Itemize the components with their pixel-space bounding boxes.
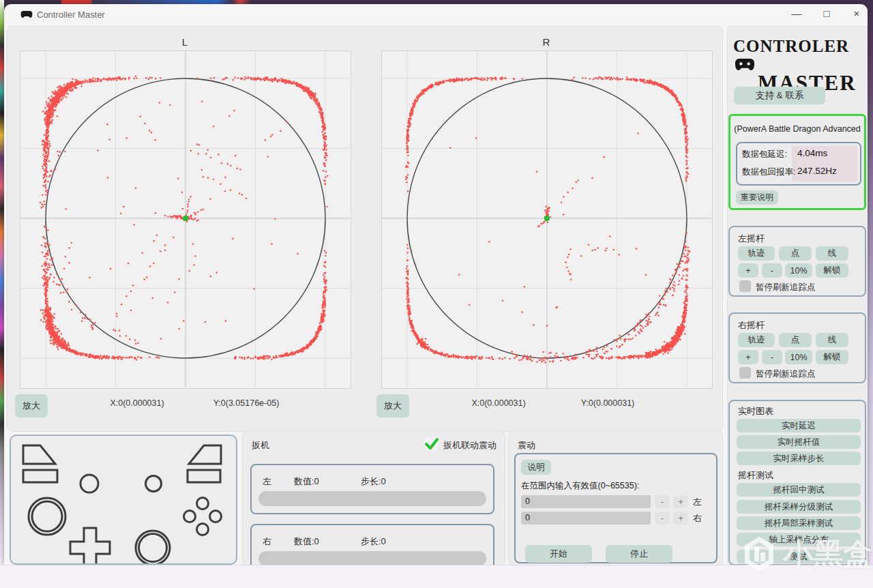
- left-stick-minus-button[interactable]: -: [762, 263, 782, 278]
- left-stick-plot: [20, 50, 351, 389]
- right-bumper-shape: [188, 470, 220, 482]
- app-logo: CONTROLER MASTER: [733, 38, 864, 93]
- left-trigger-shape: [23, 445, 55, 464]
- left-stick-percent-button[interactable]: 10%: [785, 263, 812, 278]
- right-y-readout: Y:0(0.000031): [553, 398, 662, 408]
- right-trigger-label: 右: [263, 535, 271, 548]
- logo-line1: CONTROLER: [733, 38, 864, 73]
- tests-section-title: 摇杆测试: [738, 469, 773, 482]
- vibration-left-input[interactable]: 0: [521, 495, 651, 508]
- stick-centering-test-button[interactable]: 摇杆回中测试: [737, 483, 861, 497]
- stick-sampling-grade-test-button[interactable]: 摇杆采样分级测试: [737, 500, 861, 514]
- vibration-box: 说明 在范围内输入有效值(0~65535): 0 - + 左 0 - + 右 开…: [514, 453, 717, 563]
- left-stick-lines-button[interactable]: 线: [816, 246, 848, 261]
- gamepad-icon: [20, 10, 33, 18]
- stick-local-sampling-test-button[interactable]: 摇杆局部采样测试: [737, 516, 861, 530]
- left-stick-unlock-button[interactable]: 解锁: [816, 263, 848, 278]
- left-trigger-bar: [258, 491, 486, 506]
- charts-tests-panel: 实时图表 实时延迟 实时摇杆值 实时采样步长 摇杆测试 摇杆回中测试 摇杆采样分…: [728, 400, 866, 565]
- right-trigger-bar: [258, 551, 486, 565]
- sidebar: CONTROLER MASTER 支持 & 联系 (PowerA Battle …: [727, 26, 868, 565]
- vibration-right-minus-button[interactable]: -: [655, 512, 670, 525]
- right-stick-pause-label: 暂停刷新追踪点: [756, 368, 816, 380]
- trigger-panel: 扳机 扳机联动震动 左 数值:0 步长:0 右 数值:0 步长:0: [242, 430, 505, 565]
- close-button[interactable]: ×: [847, 6, 866, 21]
- maximize-button[interactable]: □: [817, 6, 836, 21]
- vibration-start-button[interactable]: 开始: [525, 545, 592, 563]
- left-y-readout: Y:0(3.05176e-05): [188, 398, 304, 408]
- right-trigger-box: 右 数值:0 步长:0: [250, 524, 494, 565]
- vibration-stop-button[interactable]: 停止: [606, 545, 672, 563]
- left-stick-controls: 左摇杆 轨迹 点 线 + - 10% 解锁 暂停刷新追踪点: [728, 226, 866, 297]
- support-contact-button[interactable]: 支持 & 联系: [734, 87, 825, 104]
- axis-sample-distribution-button[interactable]: 轴上采样点分布: [737, 533, 861, 546]
- important-notes-button[interactable]: 重要说明: [736, 190, 778, 205]
- left-stick-title: 左摇杆: [738, 233, 765, 245]
- vibration-left-plus-button[interactable]: +: [673, 495, 688, 508]
- vibration-right-plus-button[interactable]: +: [673, 512, 688, 525]
- start-button-shape: [146, 476, 162, 492]
- button-y-shape: [197, 498, 209, 510]
- right-stick-dots-button[interactable]: 点: [779, 333, 812, 347]
- right-trigger-step: 步长:0: [361, 535, 386, 548]
- button-a-shape: [197, 524, 209, 535]
- button-x-shape: [184, 511, 196, 523]
- packet-rate-label: 数据包回报率:: [742, 166, 795, 178]
- realtime-stick-value-button[interactable]: 实时摇杆值: [737, 435, 861, 449]
- vibration-panel-title: 震动: [518, 439, 535, 452]
- right-stick-trace-button[interactable]: 轨迹: [738, 333, 775, 347]
- right-stick-percent-button[interactable]: 10%: [785, 350, 812, 364]
- left-stick-inner-shape: [32, 501, 62, 531]
- left-stick-pause-checkbox[interactable]: [739, 280, 751, 292]
- right-stick-outer-shape: [136, 531, 170, 563]
- right-trigger-shape: [189, 445, 221, 464]
- right-stick-plot: [381, 50, 713, 389]
- realtime-sample-step-button[interactable]: 实时采样步长: [737, 452, 861, 465]
- left-trigger-label: 左: [263, 475, 271, 488]
- vibration-left-label: 左: [693, 496, 702, 508]
- right-stick-minus-button[interactable]: -: [762, 350, 782, 364]
- right-zoom-button[interactable]: 放大: [376, 394, 409, 417]
- left-stick-trace-button[interactable]: 轨迹: [738, 246, 775, 261]
- packet-latency-value: 4.04ms: [797, 148, 827, 158]
- left-stick-dots-button[interactable]: 点: [779, 246, 812, 261]
- left-stick-pause-label: 暂停刷新追踪点: [756, 282, 816, 293]
- left-stick-outer-shape: [29, 498, 65, 535]
- vibration-help-button[interactable]: 说明: [521, 460, 551, 475]
- left-zoom-button[interactable]: 放大: [15, 394, 48, 417]
- left-trigger-box: 左 数值:0 步长:0: [250, 464, 494, 514]
- right-stick-controls: 右摇杆 轨迹 点 线 + - 10% 解锁 暂停刷新追踪点: [728, 312, 866, 383]
- trigger-vibration-link-checkbox[interactable]: [424, 437, 438, 451]
- back-button-shape: [80, 475, 98, 493]
- vibration-right-label: 右: [693, 512, 702, 525]
- right-trigger-value: 数值:0: [294, 535, 319, 548]
- packet-latency-label: 数据包延迟:: [742, 149, 787, 160]
- left-stick-plus-button[interactable]: +: [738, 263, 758, 278]
- left-trigger-value: 数值:0: [294, 475, 319, 488]
- right-stick-lines-button[interactable]: 线: [816, 333, 848, 347]
- minimize-button[interactable]: —: [787, 6, 806, 21]
- right-stick-unlock-button[interactable]: 解锁: [816, 350, 848, 364]
- right-stick-title: 右摇杆: [738, 319, 765, 332]
- button-b-shape: [210, 511, 222, 523]
- left-plot-title: L: [20, 36, 350, 48]
- vibration-left-minus-button[interactable]: -: [655, 495, 670, 508]
- left-bumper-shape: [23, 470, 57, 482]
- desktop: Controller Master — □ × L R 放大 X:0(0.000…: [0, 0, 873, 588]
- taskbar: 搜索 ✳ PRE: [0, 565, 873, 588]
- controller-diagram: [11, 436, 236, 563]
- left-x-readout: X:0(0.000031): [83, 398, 192, 408]
- trigger-vibration-link-label: 扳机联动震动: [443, 439, 497, 452]
- vibration-right-input[interactable]: 0: [521, 512, 651, 525]
- packet-rate-value: 247.52Hz: [797, 166, 837, 176]
- device-info-box: (PowerA Battle Dragon Advanced 数据包延迟: 4.…: [728, 114, 866, 210]
- plots-panel: L R 放大 X:0(0.000031) Y:0(3.05176e-05) 放大…: [7, 26, 723, 432]
- right-stick-plus-button[interactable]: +: [738, 350, 758, 364]
- realtime-latency-button[interactable]: 实时延迟: [737, 419, 861, 432]
- extra-test-button[interactable]: 测试: [737, 550, 861, 563]
- dpad-shape: [70, 528, 110, 563]
- logo-gamepad-icon: [735, 58, 755, 71]
- right-stick-pause-checkbox[interactable]: [739, 367, 751, 379]
- realtime-section-title: 实时图表: [738, 405, 773, 417]
- app-window: Controller Master — □ × L R 放大 X:0(0.000…: [4, 4, 868, 565]
